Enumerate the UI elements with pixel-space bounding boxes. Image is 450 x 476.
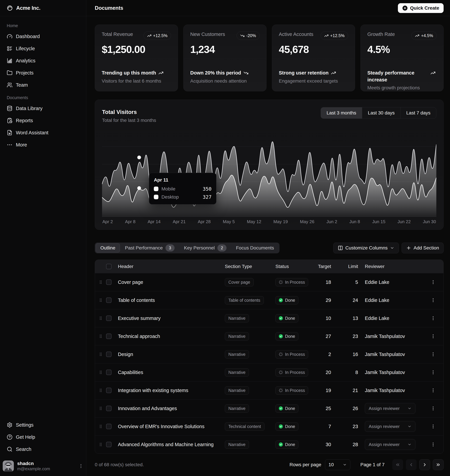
drag-handle-icon[interactable] xyxy=(98,424,103,429)
tab-past-performance[interactable]: Past Performance3 xyxy=(121,244,179,252)
row-checkbox[interactable] xyxy=(106,297,112,303)
user-menu[interactable]: shadcn m@example.com xyxy=(0,458,86,476)
range-option-last-30-days[interactable]: Last 30 days xyxy=(362,107,400,118)
x-tick-label: Apr 8 xyxy=(125,219,136,224)
table-row: Technical approachNarrativeDone2723Jamik… xyxy=(95,327,444,345)
chevrons-right-icon xyxy=(436,462,441,467)
chevron-down-icon xyxy=(408,442,412,447)
drag-handle-icon[interactable] xyxy=(98,298,103,302)
drag-handle-icon[interactable] xyxy=(98,316,103,321)
chart-plot-area[interactable]: Apr 11 Mobile350Desktop327 xyxy=(102,129,436,217)
trend-up-icon xyxy=(430,70,436,75)
row-actions-kebab-icon[interactable] xyxy=(431,280,436,285)
row-actions-kebab-icon[interactable] xyxy=(431,352,436,357)
chart-tooltip: Apr 11 Mobile350Desktop327 xyxy=(149,173,216,204)
tooltip-row-desktop: Desktop327 xyxy=(154,194,212,200)
sidebar-item-get-help[interactable]: Get Help xyxy=(4,431,82,443)
trend-up-icon xyxy=(415,34,419,38)
range-option-last-7-days[interactable]: Last 7 days xyxy=(400,107,436,118)
row-limit: 21 xyxy=(338,388,365,393)
sidebar-section-label: Documents xyxy=(7,95,79,100)
drag-handle-icon[interactable] xyxy=(98,406,103,411)
row-checkbox[interactable] xyxy=(106,406,112,411)
sidebar-item-team[interactable]: Team xyxy=(4,79,82,91)
tabs-bar: OutlinePast Performance3Key Personnel2Fo… xyxy=(95,243,444,253)
customize-columns-button[interactable]: Customize Columns xyxy=(333,243,399,253)
assign-reviewer-select[interactable]: Assign reviewer xyxy=(365,403,415,414)
sidebar-item-analytics[interactable]: Analytics xyxy=(4,55,82,66)
sidebar-item-dashboard[interactable]: Dashboard xyxy=(4,31,82,42)
drag-handle-icon[interactable] xyxy=(98,442,103,447)
drag-handle-icon[interactable] xyxy=(98,352,103,357)
row-header[interactable]: Design xyxy=(118,352,133,357)
chevron-down-icon xyxy=(408,424,412,429)
tab-key-personnel[interactable]: Key Personnel2 xyxy=(180,244,231,252)
sidebar-header[interactable]: Acme Inc. xyxy=(0,0,86,16)
reviewer-name: Eddie Lake xyxy=(365,297,389,303)
row-header[interactable]: Innovation and Advantages xyxy=(118,406,177,411)
row-limit: 28 xyxy=(338,442,365,447)
last-page-button[interactable] xyxy=(433,459,444,470)
row-header[interactable]: Overview of EMR's Innovative Solutions xyxy=(118,424,204,429)
row-header[interactable]: Cover page xyxy=(118,279,143,285)
row-checkbox[interactable] xyxy=(106,424,112,429)
trend-badge: +12.5% xyxy=(143,32,171,40)
row-header[interactable]: Integration with existing systems xyxy=(118,388,188,393)
add-section-button[interactable]: Add Section xyxy=(402,243,444,253)
row-actions-kebab-icon[interactable] xyxy=(431,406,436,411)
stat-card-title: Total Revenue xyxy=(102,32,133,37)
sidebar-item-more[interactable]: More xyxy=(4,139,82,150)
table-footer: 0 of 68 row(s) selected. Rows per page 1… xyxy=(95,459,444,470)
sidebar-item-reports[interactable]: Reports xyxy=(4,115,82,126)
sidebar-item-data-library[interactable]: Data Library xyxy=(4,103,82,114)
next-page-button[interactable] xyxy=(419,459,430,470)
assign-reviewer-select[interactable]: Assign reviewer xyxy=(365,439,415,450)
chart-bar-icon xyxy=(7,58,12,64)
row-actions-kebab-icon[interactable] xyxy=(431,370,436,375)
content: Total Revenue+12.5%$1,250.00Trending up … xyxy=(86,16,450,470)
row-header[interactable]: Executive summary xyxy=(118,315,160,321)
loader-icon xyxy=(279,370,283,375)
row-actions-kebab-icon[interactable] xyxy=(431,388,436,393)
row-limit: 13 xyxy=(338,315,365,321)
row-actions-kebab-icon[interactable] xyxy=(431,298,436,303)
row-checkbox[interactable] xyxy=(106,388,112,393)
sidebar-item-label: Search xyxy=(16,447,31,452)
stat-cards: Total Revenue+12.5%$1,250.00Trending up … xyxy=(95,25,444,91)
row-actions-kebab-icon[interactable] xyxy=(431,424,436,429)
tab-outline[interactable]: Outline xyxy=(96,244,120,252)
range-option-last-3-months[interactable]: Last 3 months xyxy=(321,107,362,118)
row-header[interactable]: Capabilities xyxy=(118,370,143,375)
sidebar-item-settings[interactable]: Settings xyxy=(4,419,82,430)
row-actions-kebab-icon[interactable] xyxy=(431,334,436,339)
rows-per-page-select[interactable]: 10 xyxy=(325,459,350,470)
row-actions-kebab-icon[interactable] xyxy=(431,316,436,321)
tab-focus-documents[interactable]: Focus Documents xyxy=(231,244,278,252)
sidebar-item-lifecycle[interactable]: Lifecycle xyxy=(4,43,82,54)
row-header[interactable]: Advanced Algorithms and Machine Learning xyxy=(118,442,213,447)
row-header[interactable]: Table of contents xyxy=(118,297,155,303)
drag-handle-icon[interactable] xyxy=(98,370,103,375)
previous-page-button[interactable] xyxy=(406,459,417,470)
row-checkbox[interactable] xyxy=(106,352,112,357)
drag-handle-icon[interactable] xyxy=(98,388,103,393)
drag-handle-icon[interactable] xyxy=(98,334,103,339)
row-checkbox[interactable] xyxy=(106,370,112,375)
reviewer-name: Jamik Tashpulatov xyxy=(365,388,405,393)
user-menu-kebab-icon[interactable] xyxy=(78,464,83,469)
assign-reviewer-select[interactable]: Assign reviewer xyxy=(365,421,415,432)
row-header[interactable]: Technical approach xyxy=(118,334,160,339)
stat-card-total-revenue: Total Revenue+12.5%$1,250.00Trending up … xyxy=(95,25,178,91)
select-all-checkbox[interactable] xyxy=(106,264,112,269)
drag-handle-icon[interactable] xyxy=(98,280,103,284)
row-checkbox[interactable] xyxy=(106,315,112,321)
first-page-button[interactable] xyxy=(392,459,403,470)
row-checkbox[interactable] xyxy=(106,442,112,447)
row-actions-kebab-icon[interactable] xyxy=(431,442,436,447)
sidebar-item-projects[interactable]: Projects xyxy=(4,67,82,78)
sidebar-item-search[interactable]: Search xyxy=(4,444,82,455)
sidebar-item-word-assistant[interactable]: Word Assistant xyxy=(4,127,82,138)
quick-create-button[interactable]: Quick Create xyxy=(398,3,444,13)
row-checkbox[interactable] xyxy=(106,279,112,285)
row-checkbox[interactable] xyxy=(106,334,112,339)
